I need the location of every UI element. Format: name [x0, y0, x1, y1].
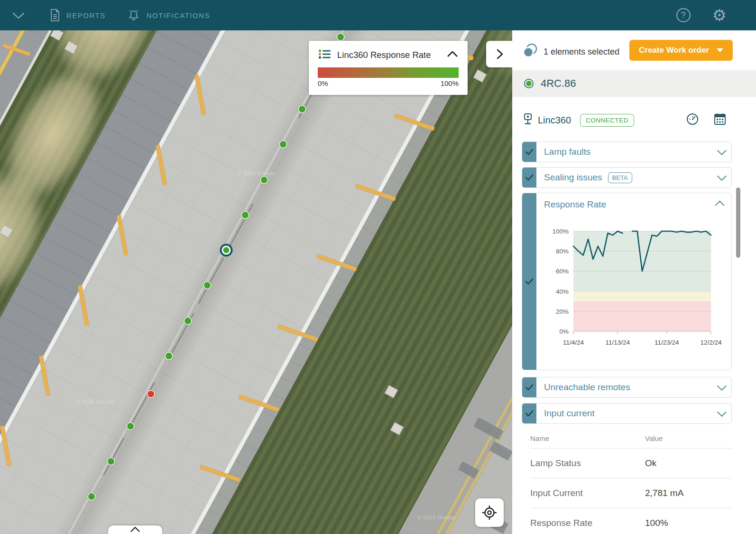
table-cell-name: Response Rate — [530, 518, 645, 528]
crosshair-icon — [481, 505, 498, 521]
map-light-dot[interactable] — [260, 176, 268, 184]
svg-text:0%: 0% — [559, 328, 569, 335]
create-work-order-label: Create Work order — [639, 46, 709, 55]
table-row: Input Current2,781 mA — [530, 478, 732, 508]
chevron-down-icon[interactable] — [717, 381, 727, 391]
section-sealing-issues: Sealing issues BETA — [522, 167, 732, 188]
legend-min-label: 0% — [318, 79, 328, 87]
svg-text:40%: 40% — [556, 288, 569, 295]
section-title: Lamp faults — [544, 147, 590, 157]
top-nav: REPORTS NOTIFICATIONS ? ⚙ — [0, 0, 756, 30]
svg-text:100%: 100% — [552, 228, 569, 235]
nav-reports-label: REPORTS — [66, 11, 106, 19]
map-light-dot-selected[interactable] — [222, 246, 231, 255]
details-panel: 1 elements selected Create Work order 4R… — [512, 30, 756, 534]
values-table: Name Value Lamp StatusOkInput Current2,7… — [530, 431, 732, 534]
map-light-dot[interactable] — [336, 33, 345, 41]
section-lamp-faults: Lamp faults — [522, 141, 732, 162]
section-checkbox[interactable] — [522, 142, 536, 162]
gauge-icon[interactable] — [686, 112, 699, 128]
nav-notifications-label: NOTIFICATIONS — [147, 11, 210, 19]
chevron-down-icon[interactable] — [717, 407, 727, 417]
selected-elements-text: 1 elements selected — [544, 47, 619, 57]
bottom-drawer-handle[interactable] — [108, 525, 162, 534]
nav-notifications[interactable]: NOTIFICATIONS — [127, 9, 210, 22]
table-row: Lamp StatusOk — [530, 449, 732, 478]
svg-text:80%: 80% — [556, 248, 569, 255]
legend-gradient-bar — [318, 67, 459, 78]
section-title: Sealing issues — [544, 172, 602, 183]
section-response-rate: Response Rate 0%20%40%60%80%100%11/4/241… — [522, 193, 732, 370]
satellite-imagery — [0, 30, 512, 534]
svg-text:11/4/24: 11/4/24 — [563, 339, 584, 346]
device-row: Linc360 CONNECTED — [512, 107, 756, 133]
map-canvas[interactable]: © 2024 Google© 2024 Google© 2024 Google … — [0, 30, 512, 534]
section-title: Response Rate — [544, 199, 606, 210]
chevron-down-icon[interactable] — [717, 171, 727, 181]
section-checkbox[interactable] — [522, 168, 536, 187]
response-rate-chart: 0%20%40%60%80%100%11/4/2411/13/2411/23/2… — [539, 215, 729, 357]
element-id: 4RC.86 — [541, 77, 576, 90]
chevron-up-icon — [129, 525, 142, 533]
section-title: Unreachable remotes — [544, 382, 630, 393]
svg-text:11/13/24: 11/13/24 — [605, 339, 630, 346]
svg-text:11/23/24: 11/23/24 — [655, 339, 679, 346]
legend-list-icon — [318, 48, 331, 62]
svg-text:60%: 60% — [556, 268, 569, 275]
section-checkbox[interactable] — [522, 403, 536, 423]
map-light-dot[interactable] — [241, 211, 249, 219]
panel-scrollbar[interactable] — [736, 187, 740, 258]
create-work-order-button[interactable]: Create Work order — [629, 40, 733, 61]
map-light-dot[interactable] — [87, 492, 96, 501]
device-icon — [523, 113, 533, 127]
legend-title: Linc360 Response Rate — [337, 50, 446, 60]
table-row: Response Rate100% — [530, 508, 732, 534]
section-title: Input current — [544, 408, 595, 419]
device-name: Linc360 — [538, 115, 571, 126]
table-header-name: Name — [530, 434, 645, 442]
calendar-icon[interactable] — [713, 112, 727, 128]
table-cell-value: Ok — [645, 458, 656, 468]
map-light-dot[interactable] — [147, 390, 155, 398]
element-id-row: 4RC.86 — [512, 70, 756, 97]
help-icon[interactable]: ? — [676, 8, 691, 22]
element-status-dot — [525, 80, 533, 87]
table-cell-name: Lamp Status — [530, 458, 645, 468]
caret-down-icon[interactable] — [717, 48, 723, 52]
nav-reports[interactable]: REPORTS — [49, 9, 106, 22]
svg-text:12/2/24: 12/2/24 — [700, 339, 722, 346]
section-checkbox[interactable] — [522, 377, 536, 397]
settings-gear-icon[interactable]: ⚙ — [712, 7, 727, 23]
panel-expand-button[interactable] — [486, 41, 512, 67]
map-light-dot[interactable] — [184, 317, 192, 325]
locate-me-button[interactable] — [475, 498, 504, 527]
section-checkbox[interactable] — [522, 193, 536, 370]
chevron-right-icon — [493, 47, 506, 61]
map-light-dot[interactable] — [279, 140, 287, 149]
panel-header: 1 elements selected Create Work order — [512, 30, 756, 70]
table-header-value: Value — [645, 434, 663, 442]
report-doc-icon — [49, 9, 61, 22]
beta-badge: BETA — [608, 172, 632, 183]
map-light-dot[interactable] — [203, 281, 212, 290]
svg-text:20%: 20% — [556, 308, 569, 315]
chevron-down-icon[interactable] — [717, 146, 727, 155]
table-cell-value: 100% — [645, 518, 668, 528]
bell-icon — [127, 9, 141, 22]
map-light-dot[interactable] — [165, 352, 173, 360]
legend-collapse-chevron-icon[interactable] — [446, 50, 459, 60]
map-light-dot[interactable] — [126, 422, 135, 431]
nav-chevron-down-icon[interactable] — [10, 9, 27, 21]
table-cell-value: 2,781 mA — [645, 488, 683, 498]
map-legend-card: Linc360 Response Rate 0% 100% — [309, 41, 468, 95]
connection-status-badge: CONNECTED — [580, 114, 634, 127]
map-light-dot[interactable] — [298, 105, 306, 113]
section-unreachable-remotes: Unreachable remotes — [522, 377, 732, 398]
map-light-dot[interactable] — [107, 457, 115, 466]
legend-max-label: 100% — [441, 79, 459, 87]
selected-elements-icon — [522, 43, 539, 61]
section-input-current: Input current — [522, 403, 732, 424]
table-cell-name: Input Current — [530, 488, 645, 498]
chevron-up-icon[interactable] — [715, 201, 725, 210]
